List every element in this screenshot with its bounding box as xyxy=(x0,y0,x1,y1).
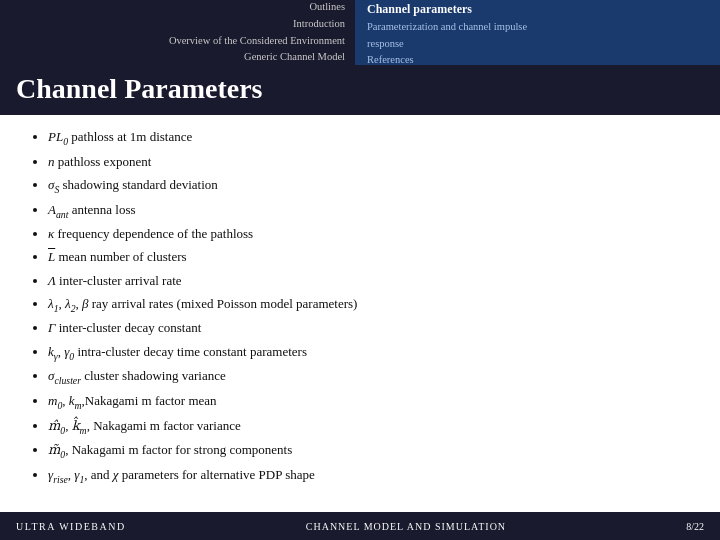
list-item: κ frequency dependence of the pathloss xyxy=(48,224,700,244)
list-item: kγ, γ0 intra-cluster decay time constant… xyxy=(48,342,700,364)
nav-item-outlines[interactable]: Outlines xyxy=(309,0,345,15)
header: Outlines Introduction Overview of the Co… xyxy=(0,0,720,65)
section-title: Channel parameters xyxy=(367,1,720,18)
footer-center-text: Channel Model and Simulation xyxy=(306,521,506,532)
nav-item-introduction[interactable]: Introduction xyxy=(293,17,345,32)
nav-item-generic[interactable]: Generic Channel Model xyxy=(244,50,345,65)
section-subtitle-1: Parameterization and channel impulse xyxy=(367,20,720,35)
list-item: γrise, γ1, and χ parameters for alternat… xyxy=(48,465,700,487)
list-item: Λ inter-cluster arrival rate xyxy=(48,271,700,291)
footer: Ultra Wideband Channel Model and Simulat… xyxy=(0,512,720,540)
list-item: PL0 pathloss at 1m distance xyxy=(48,127,700,149)
list-item: m̃0, Nakagami m factor for strong compon… xyxy=(48,440,700,462)
list-item: σcluster cluster shadowing variance xyxy=(48,366,700,388)
list-item: n pathloss exponent xyxy=(48,152,700,172)
nav-item-overview[interactable]: Overview of the Considered Environment xyxy=(169,34,345,49)
list-item: m̂0, k̂m, Nakagami m factor variance xyxy=(48,416,700,438)
channel-params-list: PL0 pathloss at 1m distance n pathloss e… xyxy=(20,127,700,487)
list-item: m0, km,Nakagami m factor mean xyxy=(48,391,700,413)
list-item: Γ inter-cluster decay constant xyxy=(48,318,700,338)
page-title-bar: Channel Parameters xyxy=(0,65,720,115)
list-item: L mean number of clusters xyxy=(48,247,700,267)
list-item: λ1, λ2, β ray arrival rates (mixed Poiss… xyxy=(48,294,700,316)
list-item: σS shadowing standard deviation xyxy=(48,175,700,197)
section-subtitle-2: response xyxy=(367,37,720,52)
footer-page-number: 8/22 xyxy=(686,521,704,532)
section-subtitle-3: References xyxy=(367,53,720,68)
footer-left-text: Ultra Wideband xyxy=(16,521,126,532)
header-right: Channel parameters Parameterization and … xyxy=(355,0,720,65)
header-left: Outlines Introduction Overview of the Co… xyxy=(0,0,355,65)
main-content: PL0 pathloss at 1m distance n pathloss e… xyxy=(0,115,720,495)
list-item: Aant antenna loss xyxy=(48,200,700,222)
page-title: Channel Parameters xyxy=(16,73,704,105)
